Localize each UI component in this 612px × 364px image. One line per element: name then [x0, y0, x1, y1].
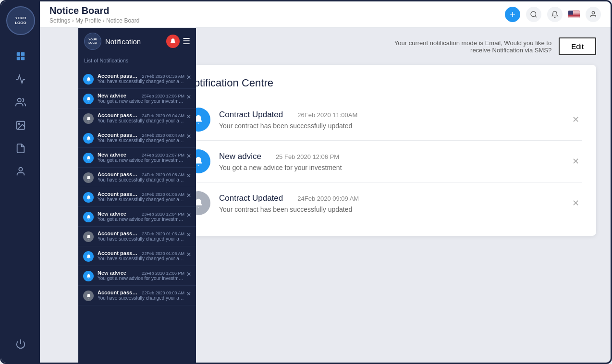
panel-item-title: Account password changed — [98, 132, 140, 138]
notif-close-button[interactable]: ✕ — [570, 155, 582, 168]
sidebar-item-analytics[interactable] — [1, 68, 40, 91]
grid-icon — [15, 51, 26, 61]
panel-item-title-row: Account password changed 22Feb 2020 01:0… — [98, 250, 184, 256]
panel-item-dot — [83, 271, 94, 281]
sidebar-item-media[interactable] — [1, 114, 40, 137]
panel-item-date: 27Feb 2020 01:36 AM — [142, 74, 184, 79]
panel-item-date: 23Feb 2020 12:04 PM — [142, 212, 184, 217]
search-button[interactable] — [526, 7, 541, 22]
panel-item-dot — [83, 94, 94, 104]
panel-bell-button[interactable] — [166, 35, 180, 48]
topbar-title-area: Notice Board Settings › My Profile › Not… — [49, 5, 505, 24]
panel-item-body: You have successfully changed your accou… — [98, 118, 184, 123]
panel-item-dot — [83, 133, 94, 144]
notif-date: 26Feb 2020 11:00AM — [297, 111, 357, 119]
flag-icon[interactable] — [568, 11, 580, 18]
panel-item-date: 23Feb 2020 01:06 AM — [142, 231, 184, 236]
panel-item[interactable]: Account password changed 23Feb 2020 01:0… — [78, 227, 196, 246]
panel-item[interactable]: Account password changed 27Feb 2020 01:3… — [78, 69, 196, 89]
panel-item-content: Account password changed 24Feb 2020 01:0… — [98, 191, 184, 202]
main-content: Your current notification mode is Email,… — [158, 28, 611, 363]
svg-rect-3 — [21, 57, 24, 60]
panel-item-dot — [83, 291, 94, 301]
sidebar-bottom — [15, 332, 26, 363]
svg-rect-18 — [568, 11, 573, 15]
image-icon — [15, 120, 26, 131]
users-icon — [15, 97, 26, 108]
panel-item-title: Account password changed — [98, 231, 140, 236]
panel-item-close-button[interactable]: ✕ — [186, 74, 191, 81]
panel-item-date: 24Feb 2020 09:08 AM — [142, 172, 184, 177]
notification-centre-title: Notification Centre — [186, 77, 582, 89]
notif-close-button[interactable]: ✕ — [570, 113, 582, 126]
panel-item-close-button[interactable]: ✕ — [186, 172, 191, 179]
sidebar-item-power[interactable] — [15, 332, 26, 355]
panel-bell-item-icon — [86, 215, 91, 220]
chart-icon — [15, 74, 26, 85]
svg-point-6 — [18, 123, 20, 124]
panel-item-close-button[interactable]: ✕ — [186, 133, 191, 140]
panel-item[interactable]: Account password changed 24Feb 2020 08:0… — [78, 128, 196, 148]
sidebar-item-documents[interactable] — [1, 137, 40, 160]
panel-item-title: New advice — [98, 93, 126, 98]
panel-item-date: 24Feb 2020 01:06 AM — [142, 192, 184, 197]
svg-rect-0 — [17, 52, 20, 56]
panel-title: Notification — [105, 37, 166, 46]
page-title: Notice Board — [49, 5, 505, 16]
user-icon — [15, 166, 26, 177]
topbar-actions: + — [505, 7, 601, 22]
notification-centre-card: Notification Centre Contract Updated 26F… — [172, 65, 596, 236]
panel-item[interactable]: Account password changed 22Feb 2020 09:0… — [78, 286, 196, 305]
panel-item-date: 22Feb 2020 09:00 AM — [142, 291, 184, 295]
panel-item-date: 24Feb 2020 12:07 PM — [142, 153, 184, 158]
notification-item: New advice 25 Feb 2020 12:06 PM You got … — [186, 141, 582, 182]
sidebar-logo: YOUR LOGO — [6, 6, 35, 35]
panel-item-title: Account password changed — [98, 191, 140, 197]
sidebar-item-dashboard[interactable] — [1, 45, 40, 68]
panel-item-content: New advice 22Feb 2020 12:06 PM You got a… — [98, 270, 184, 281]
sidebar-item-users[interactable] — [1, 91, 40, 114]
panel-menu-button[interactable]: ☰ — [183, 36, 190, 47]
panel-item[interactable]: Account password changed 24Feb 2020 09:0… — [78, 168, 196, 187]
panel-item-date: 24Feb 2020 08:04 AM — [142, 133, 184, 138]
panel-item-content: Account password changed 27Feb 2020 01:3… — [98, 73, 184, 84]
panel-item-title-row: Account password changed 22Feb 2020 09:0… — [98, 290, 184, 295]
panel-item[interactable]: New advice 25Feb 2020 12:06 PM You got a… — [78, 89, 196, 109]
panel-item-close-button[interactable]: ✕ — [186, 153, 191, 159]
panel-item[interactable]: New advice 24Feb 2020 12:07 PM You got a… — [78, 148, 196, 168]
panel-item-title-row: Account password changed 24Feb 2020 09:0… — [98, 112, 184, 118]
panel-item-close-button[interactable]: ✕ — [186, 212, 191, 218]
notif-body: You got a new advice for your investment — [219, 164, 570, 171]
panel-item-title-row: Account password changed 23Feb 2020 01:0… — [98, 231, 184, 236]
panel-item-close-button[interactable]: ✕ — [186, 271, 191, 278]
panel-item[interactable]: New advice 22Feb 2020 12:06 PM You got a… — [78, 266, 196, 286]
notifications-button[interactable] — [547, 7, 563, 22]
panel-item-title-row: Account password changed 24Feb 2020 09:0… — [98, 171, 184, 177]
notif-title: New advice — [219, 152, 261, 161]
add-button[interactable]: + — [505, 7, 520, 22]
panel-item[interactable]: Account password changed 24Feb 2020 09:0… — [78, 109, 196, 128]
panel-item[interactable]: Account password changed 22Feb 2020 01:0… — [78, 246, 196, 266]
svg-point-7 — [19, 168, 22, 171]
panel-item-title: New advice — [98, 211, 126, 217]
notif-content: Contract Updated 26Feb 2020 11:00AM Your… — [219, 110, 570, 130]
panel-item-close-button[interactable]: ✕ — [186, 291, 191, 297]
sidebar-item-profile[interactable] — [1, 160, 40, 183]
panel-subtitle: List of Notifications — [78, 55, 196, 67]
panel-item-close-button[interactable]: ✕ — [186, 192, 191, 199]
panel-item-content: New advice 25Feb 2020 12:06 PM You got a… — [98, 93, 184, 104]
notif-close-button[interactable]: ✕ — [570, 196, 582, 210]
user-menu-button[interactable] — [586, 7, 601, 22]
search-icon — [530, 11, 538, 18]
panel-item-title-row: New advice 23Feb 2020 12:04 PM — [98, 211, 184, 217]
panel-item-close-button[interactable]: ✕ — [186, 231, 191, 238]
panel-item-close-button[interactable]: ✕ — [186, 251, 191, 258]
power-icon — [15, 339, 26, 349]
panel-item-close-button[interactable]: ✕ — [186, 113, 191, 120]
edit-button[interactable]: Edit — [559, 37, 596, 55]
panel-item[interactable]: Account password changed 24Feb 2020 01:0… — [78, 187, 196, 207]
panel-item-content: Account password changed 23Feb 2020 01:0… — [98, 231, 184, 242]
panel-bell-item-icon — [86, 274, 91, 279]
panel-item[interactable]: New advice 23Feb 2020 12:04 PM You got a… — [78, 207, 196, 227]
panel-item-close-button[interactable]: ✕ — [186, 94, 191, 100]
